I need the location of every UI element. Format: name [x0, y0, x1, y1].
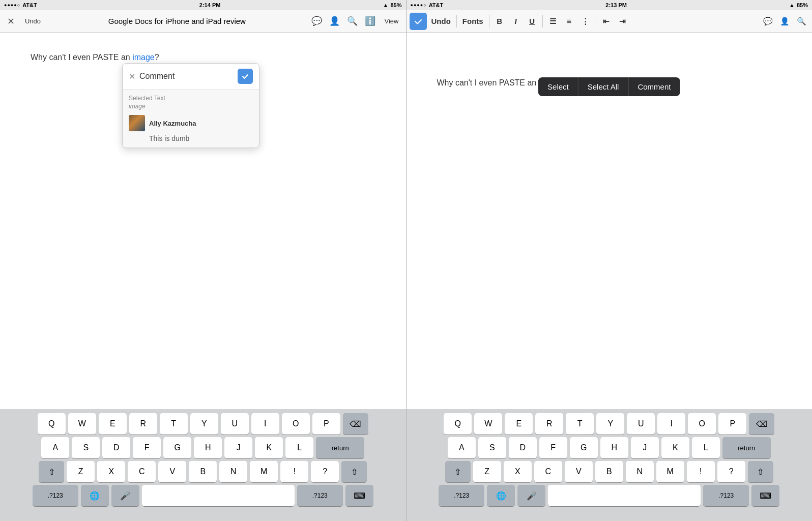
key-i[interactable]: I [251, 413, 279, 435]
key-n-r[interactable]: N [626, 461, 654, 482]
key-o-r[interactable]: O [688, 413, 716, 435]
key-excl-r[interactable]: ! [687, 461, 715, 482]
comment-icon-left[interactable]: 💬 [310, 15, 323, 27]
key-q-r[interactable]: Q [444, 413, 472, 435]
key-u-r[interactable]: U [627, 413, 655, 435]
comment-icon-right[interactable]: 💬 [761, 15, 775, 28]
key-r-r[interactable]: R [535, 413, 563, 435]
backspace-key-left[interactable]: ⌫ [343, 413, 368, 435]
shift-key-right-r[interactable]: ⇧ [748, 461, 773, 482]
key-p[interactable]: P [312, 413, 340, 435]
key-z[interactable]: Z [67, 461, 95, 482]
keyboard-hide-key-left[interactable]: ⌨ [345, 485, 373, 506]
search-icon-right[interactable]: 🔍 [794, 15, 809, 28]
key-question[interactable]: ? [311, 461, 339, 482]
key-u[interactable]: U [221, 413, 249, 435]
key-e[interactable]: E [99, 413, 127, 435]
info-icon-left[interactable]: ℹ️ [364, 15, 376, 27]
key-x-r[interactable]: X [504, 461, 532, 482]
num-key-left-r[interactable]: .?123 [439, 485, 484, 506]
globe-key-left[interactable]: 🌐 [81, 485, 109, 506]
indent-left-button[interactable]: ⇤ [599, 15, 614, 28]
key-t[interactable]: T [160, 413, 188, 435]
underline-button[interactable]: U [525, 15, 539, 27]
space-key-left[interactable] [142, 485, 295, 506]
person-icon-right[interactable]: 👤 [777, 15, 792, 28]
key-l-r[interactable]: L [692, 437, 720, 458]
key-s[interactable]: S [72, 437, 100, 458]
align-button[interactable]: ☰ [546, 15, 560, 28]
fonts-button[interactable]: Fonts [460, 15, 486, 27]
key-b[interactable]: B [189, 461, 217, 482]
key-j-r[interactable]: J [631, 437, 659, 458]
key-n[interactable]: N [219, 461, 247, 482]
undo-button-right[interactable]: Undo [429, 15, 453, 27]
key-w-r[interactable]: W [474, 413, 502, 435]
key-g-r[interactable]: G [570, 437, 598, 458]
key-j[interactable]: J [224, 437, 252, 458]
globe-key-right[interactable]: 🌐 [487, 485, 515, 506]
key-a-r[interactable]: A [448, 437, 476, 458]
italic-button[interactable]: I [509, 15, 523, 27]
key-l[interactable]: L [285, 437, 313, 458]
key-c-r[interactable]: C [534, 461, 562, 482]
key-v-r[interactable]: V [565, 461, 593, 482]
key-k[interactable]: K [255, 437, 283, 458]
view-button-left[interactable]: View [382, 15, 402, 27]
num-key-right-r[interactable]: .?123 [703, 485, 749, 506]
person-icon-left[interactable]: 👤 [328, 15, 341, 27]
undo-button-left[interactable]: Undo [22, 15, 44, 27]
key-d-r[interactable]: D [509, 437, 537, 458]
return-key-right[interactable]: return [722, 437, 771, 458]
key-p-r[interactable]: P [718, 413, 746, 435]
bold-button[interactable]: B [492, 15, 507, 27]
key-e-r[interactable]: E [505, 413, 533, 435]
key-m-r[interactable]: M [656, 461, 684, 482]
key-excl[interactable]: ! [280, 461, 308, 482]
key-w[interactable]: W [68, 413, 96, 435]
key-v[interactable]: V [158, 461, 186, 482]
key-h-r[interactable]: H [600, 437, 628, 458]
shift-key-right[interactable]: ⇧ [341, 461, 367, 482]
key-y-r[interactable]: Y [596, 413, 624, 435]
check-button-right[interactable] [410, 13, 427, 30]
ordered-list-button[interactable]: ≡ [562, 15, 576, 27]
key-r[interactable]: R [129, 413, 157, 435]
key-a[interactable]: A [41, 437, 69, 458]
key-y[interactable]: Y [190, 413, 218, 435]
shift-key-left[interactable]: ⇧ [39, 461, 64, 482]
num-key-right-left[interactable]: .?123 [297, 485, 343, 506]
key-t-r[interactable]: T [566, 413, 594, 435]
key-f[interactable]: F [133, 437, 161, 458]
key-f-r[interactable]: F [539, 437, 567, 458]
context-select-all[interactable]: Select All [578, 77, 629, 96]
comment-check-button[interactable] [238, 69, 253, 84]
mic-key-left[interactable]: 🎤 [111, 485, 139, 506]
doc-link-word[interactable]: image [132, 53, 155, 62]
key-m[interactable]: M [250, 461, 278, 482]
key-s-r[interactable]: S [478, 437, 506, 458]
key-x[interactable]: X [97, 461, 125, 482]
close-button[interactable]: ✕ [4, 14, 18, 29]
context-comment[interactable]: Comment [628, 77, 680, 96]
key-question-r[interactable]: ? [717, 461, 745, 482]
num-key-left[interactable]: .?123 [33, 485, 78, 506]
key-k-r[interactable]: K [661, 437, 689, 458]
return-key-left[interactable]: return [316, 437, 364, 458]
key-d[interactable]: D [102, 437, 130, 458]
keyboard-hide-key-right[interactable]: ⌨ [751, 485, 779, 506]
key-q[interactable]: Q [38, 413, 66, 435]
indent-right-button[interactable]: ⇥ [616, 15, 630, 28]
shift-key-left-r[interactable]: ⇧ [445, 461, 471, 482]
mic-key-right[interactable]: 🎤 [517, 485, 545, 506]
key-i-r[interactable]: I [657, 413, 685, 435]
key-h[interactable]: H [194, 437, 222, 458]
key-b-r[interactable]: B [595, 461, 623, 482]
key-o[interactable]: O [282, 413, 310, 435]
search-icon-left[interactable]: 🔍 [346, 15, 359, 27]
comment-close-button[interactable]: ✕ [129, 72, 135, 81]
backspace-key-right[interactable]: ⌫ [749, 413, 774, 435]
key-z-r[interactable]: Z [473, 461, 501, 482]
key-g[interactable]: G [163, 437, 191, 458]
key-c[interactable]: C [128, 461, 156, 482]
